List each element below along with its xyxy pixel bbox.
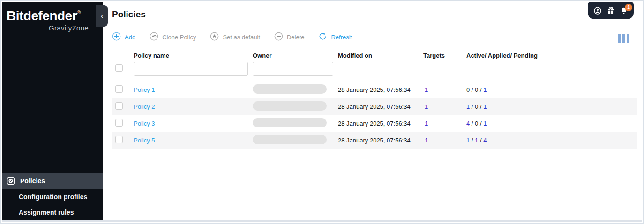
active-applied-pending-value: 4 / 0 / 1 bbox=[466, 120, 637, 127]
row-checkbox[interactable] bbox=[115, 85, 123, 93]
owner-filter-input[interactable] bbox=[253, 62, 333, 76]
clone-icon bbox=[150, 32, 158, 42]
row-checkbox[interactable] bbox=[115, 136, 123, 143]
toolbar-label: Set as default bbox=[223, 34, 260, 41]
columns-icon bbox=[618, 34, 621, 43]
sidebar: Bitdefender® GravityZone Policies Config… bbox=[2, 2, 103, 220]
columns-settings-button[interactable] bbox=[618, 34, 629, 43]
policies-check-icon bbox=[6, 176, 15, 186]
sidebar-item-label: Configuration profiles bbox=[19, 193, 87, 201]
owner-redacted-pill bbox=[253, 135, 327, 144]
count-separator: / bbox=[478, 86, 483, 93]
column-header-targets[interactable]: Targets bbox=[423, 52, 466, 59]
policy-name-link[interactable]: Policy 5 bbox=[134, 137, 155, 144]
sidebar-item-configuration-profiles[interactable]: Configuration profiles bbox=[2, 189, 103, 204]
count-separator: / bbox=[478, 120, 483, 127]
table-row: Policy 328 January 2025, 07:56:3414 / 0 … bbox=[112, 115, 637, 132]
toolbar-label: Clone Policy bbox=[162, 34, 196, 41]
targets-link[interactable]: 1 bbox=[425, 120, 428, 127]
count-link[interactable]: 1 bbox=[483, 103, 487, 110]
count-separator: / bbox=[470, 137, 475, 144]
row-checkbox[interactable] bbox=[115, 119, 123, 127]
targets-link[interactable]: 1 bbox=[425, 103, 428, 110]
modified-on-value: 28 January 2025, 07:56:34 bbox=[338, 120, 423, 127]
user-icon[interactable] bbox=[593, 7, 602, 15]
targets-link[interactable]: 1 bbox=[425, 86, 428, 93]
column-header-owner[interactable]: Owner bbox=[253, 52, 338, 59]
count-link[interactable]: 4 bbox=[483, 137, 487, 144]
policy-name-link[interactable]: Policy 1 bbox=[134, 86, 155, 93]
owner-redacted-pill bbox=[253, 118, 327, 127]
modified-on-value: 28 January 2025, 07:56:34 bbox=[338, 137, 423, 144]
active-applied-pending-value: 1 / 1 / 4 bbox=[466, 137, 637, 144]
active-applied-pending-value: 0 / 0 / 1 bbox=[466, 86, 637, 93]
minus-circle-icon bbox=[274, 32, 283, 42]
policy-name-link[interactable]: Policy 3 bbox=[134, 120, 155, 127]
count-separator: / bbox=[470, 86, 475, 93]
row-checkbox[interactable] bbox=[115, 102, 123, 110]
star-circle-icon bbox=[210, 32, 219, 42]
table-row: Policy 128 January 2025, 07:56:3410 / 0 … bbox=[112, 81, 637, 98]
refresh-button[interactable]: Refresh bbox=[318, 32, 352, 42]
sidebar-collapse-button[interactable]: ‹ bbox=[96, 5, 108, 27]
toolbar-label: Add bbox=[125, 34, 135, 41]
main-content: 1 Policies Add bbox=[103, 2, 642, 220]
column-header-modified-on[interactable]: Modified on bbox=[338, 52, 423, 59]
modified-on-value: 28 January 2025, 07:56:34 bbox=[338, 86, 423, 93]
product-name: GravityZone bbox=[7, 24, 94, 32]
app-window: Bitdefender® GravityZone Policies Config… bbox=[0, 0, 644, 224]
count-link[interactable]: 1 bbox=[483, 120, 487, 127]
modified-on-value: 28 January 2025, 07:56:34 bbox=[338, 103, 423, 110]
logo: Bitdefender® GravityZone bbox=[2, 2, 103, 32]
count-link[interactable]: 1 bbox=[483, 86, 487, 93]
column-header-active-applied-pending[interactable]: Active/ Applied/ Pending bbox=[466, 52, 637, 59]
registered-mark: ® bbox=[77, 9, 81, 15]
policy-name-link[interactable]: Policy 2 bbox=[134, 103, 155, 110]
toolbar-label: Refresh bbox=[331, 34, 352, 41]
count-separator: / bbox=[470, 103, 475, 110]
notification-badge: 1 bbox=[625, 4, 632, 11]
count-separator: / bbox=[478, 137, 483, 144]
sidebar-nav: Policies Configuration profiles Assignme… bbox=[2, 173, 103, 220]
sidebar-item-label: Policies bbox=[20, 177, 45, 185]
table-row: Policy 228 January 2025, 07:56:3411 / 0 … bbox=[112, 98, 637, 115]
column-header-policy-name[interactable]: Policy name bbox=[134, 52, 253, 59]
table-header: Policy name Owner Modified on Targets Ac… bbox=[112, 48, 637, 59]
policy-name-filter-input[interactable] bbox=[134, 62, 248, 76]
topbar-actions: 1 bbox=[588, 2, 634, 19]
sidebar-item-label: Assignment rules bbox=[19, 209, 74, 216]
window-bottom-edge bbox=[2, 220, 642, 222]
table-filter-row bbox=[112, 59, 637, 81]
owner-redacted-pill bbox=[253, 84, 327, 94]
bell-icon[interactable]: 1 bbox=[620, 7, 628, 15]
targets-link[interactable]: 1 bbox=[425, 137, 428, 144]
toolbar: Add Clone Policy bbox=[112, 31, 642, 43]
policies-table: Policy name Owner Modified on Targets Ac… bbox=[112, 48, 637, 149]
sidebar-item-policies[interactable]: Policies bbox=[2, 173, 103, 189]
chevron-left-icon: ‹ bbox=[101, 12, 103, 20]
active-applied-pending-value: 1 / 0 / 1 bbox=[466, 103, 637, 110]
table-body: Policy 128 January 2025, 07:56:3410 / 0 … bbox=[112, 81, 637, 149]
clone-policy-button[interactable]: Clone Policy bbox=[150, 32, 196, 42]
count-separator: / bbox=[470, 120, 475, 127]
select-all-checkbox[interactable] bbox=[115, 64, 123, 72]
table-row: Policy 528 January 2025, 07:56:3411 / 1 … bbox=[112, 132, 637, 149]
refresh-icon bbox=[318, 32, 327, 42]
set-as-default-button[interactable]: Set as default bbox=[210, 32, 260, 42]
delete-button[interactable]: Delete bbox=[274, 32, 305, 42]
page-title: Policies bbox=[112, 9, 642, 20]
add-button[interactable]: Add bbox=[112, 32, 135, 42]
count-separator: / bbox=[478, 103, 483, 110]
toolbar-label: Delete bbox=[287, 34, 305, 41]
plus-circle-icon bbox=[112, 32, 121, 42]
owner-redacted-pill bbox=[253, 101, 327, 111]
brand-name: Bitdefender® bbox=[7, 8, 94, 23]
gift-icon[interactable] bbox=[607, 7, 615, 15]
sidebar-item-assignment-rules[interactable]: Assignment rules bbox=[2, 204, 103, 220]
